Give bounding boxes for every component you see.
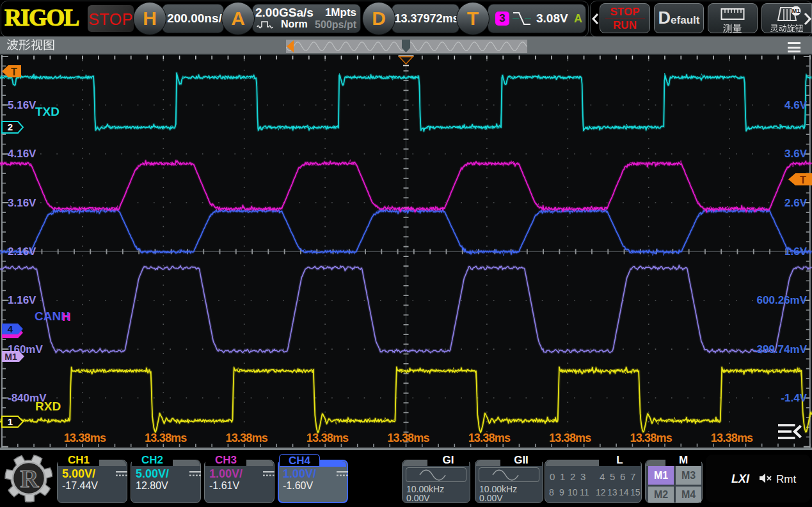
svg-text:13.38ms: 13.38ms xyxy=(306,432,349,444)
svg-text:13.38ms: 13.38ms xyxy=(549,432,591,444)
svg-text:4.16V: 4.16V xyxy=(8,148,36,160)
svg-text:5.16V: 5.16V xyxy=(8,99,36,111)
svg-text:13.38ms: 13.38ms xyxy=(64,432,106,444)
svg-text:2.6V: 2.6V xyxy=(784,197,808,209)
svg-text:600.26mV: 600.26mV xyxy=(757,294,808,306)
svg-text:RXD: RXD xyxy=(35,400,61,413)
svg-text:1.16V: 1.16V xyxy=(8,294,36,306)
svg-text:4.6V: 4.6V xyxy=(784,99,808,111)
svg-text:T: T xyxy=(11,66,17,77)
svg-text:3.6V: 3.6V xyxy=(784,148,808,160)
svg-text:TXD: TXD xyxy=(35,105,60,118)
svg-text:13.38ms: 13.38ms xyxy=(711,432,753,444)
svg-text:H: H xyxy=(62,310,71,324)
svg-text:13.38ms: 13.38ms xyxy=(225,432,267,444)
svg-text:T: T xyxy=(800,175,806,185)
svg-text:13.38ms: 13.38ms xyxy=(630,432,672,444)
svg-text:-399.74mV: -399.74mV xyxy=(753,343,808,355)
svg-text:R: R xyxy=(20,464,40,493)
svg-text:13.38ms: 13.38ms xyxy=(468,432,511,444)
svg-text:1: 1 xyxy=(8,416,13,427)
svg-text:M1: M1 xyxy=(4,352,17,362)
svg-text:1.6V: 1.6V xyxy=(784,246,808,258)
svg-text:4: 4 xyxy=(8,324,13,334)
svg-text:3.16V: 3.16V xyxy=(8,197,36,209)
svg-text:-1.4V: -1.4V xyxy=(781,392,807,404)
svg-text:13.38ms: 13.38ms xyxy=(145,432,187,444)
svg-text:2: 2 xyxy=(8,121,13,132)
svg-text:M1: M1 xyxy=(792,8,800,14)
svg-text:13.38ms: 13.38ms xyxy=(387,432,429,444)
svg-text:2.16V: 2.16V xyxy=(8,246,36,258)
